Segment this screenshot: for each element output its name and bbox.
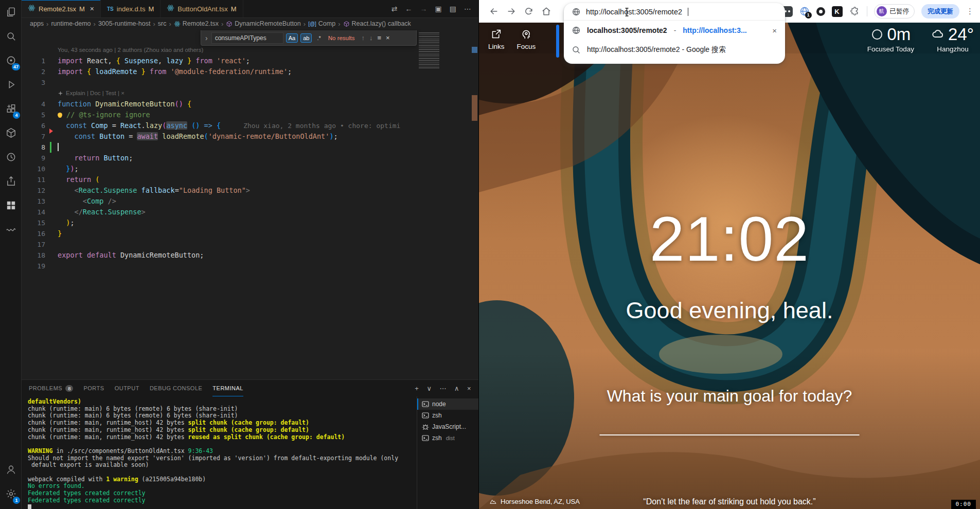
- goal-input[interactable]: [600, 434, 860, 435]
- code-line[interactable]: 18export default DynamicRemoteButton;: [22, 250, 478, 261]
- breadcrumb-item[interactable]: runtime-demo: [51, 20, 91, 27]
- next-match-icon[interactable]: ↓: [368, 34, 374, 42]
- container-tools-icon[interactable]: [0, 121, 22, 145]
- terminal-output[interactable]: defaultVendors)chunk (runtime: main) 6 b…: [22, 396, 417, 509]
- prev-match-icon[interactable]: ↑: [361, 34, 366, 42]
- focus-button[interactable]: Focus: [517, 29, 536, 50]
- settings-gear-icon[interactable]: 1: [0, 482, 22, 506]
- panel-tab-output[interactable]: OUTPUT: [115, 380, 139, 396]
- timer-badge[interactable]: 0:00: [951, 500, 976, 509]
- panel-more-icon[interactable]: ⋯: [439, 385, 447, 392]
- breadcrumb-item[interactable]: React.lazy() callback: [343, 20, 411, 27]
- suggestion-url[interactable]: localhost:3005/remote2 - http://localhos…: [564, 21, 785, 40]
- more-actions-icon[interactable]: ⋯: [464, 5, 471, 13]
- breadcrumb-item[interactable]: Remote2.tsx: [174, 20, 219, 27]
- terminal-process-javascript[interactable]: JavaScript...: [417, 421, 478, 432]
- tab-index-dts[interactable]: TS index.d.ts M: [101, 0, 161, 17]
- extensions-puzzle-icon[interactable]: [849, 6, 860, 17]
- code-line[interactable]: 4function DynamicRemoteButton() {: [22, 99, 478, 110]
- regex-button[interactable]: .*: [314, 33, 323, 43]
- run-and-debug-icon[interactable]: [0, 72, 22, 97]
- code-editor[interactable]: › Aa ab .* No results ↑ ↓ ≡ × You, 43 se…: [22, 29, 478, 379]
- split-editor-icon[interactable]: ▣: [435, 5, 442, 13]
- code-line[interactable]: 14 </React.Suspense>: [22, 207, 478, 217]
- links-button[interactable]: Links: [488, 29, 505, 50]
- code-line[interactable]: 19: [22, 261, 478, 271]
- match-case-button[interactable]: Aa: [286, 33, 298, 43]
- explorer-icon[interactable]: [0, 0, 22, 24]
- paused-profile-button[interactable]: 航 已暂停: [874, 4, 915, 19]
- code-line[interactable]: 7 const Button = await loadRemote('dynam…: [22, 131, 478, 142]
- share-icon[interactable]: [0, 169, 22, 193]
- weather-widget[interactable]: 24° Hangzhou: [932, 25, 974, 53]
- reload-icon[interactable]: [520, 3, 538, 20]
- extensions-icon[interactable]: 4: [0, 97, 22, 121]
- code-line[interactable]: 17: [22, 239, 478, 250]
- layout-icon[interactable]: ▤: [450, 5, 456, 13]
- code-line[interactable]: 11 return (: [22, 174, 478, 185]
- panel-tab-terminal[interactable]: TERMINAL: [212, 380, 243, 396]
- browser-menu-icon[interactable]: ⋮: [966, 7, 974, 16]
- terminal-process-zsh[interactable]: zshdist: [417, 432, 478, 444]
- source-control-icon[interactable]: 47: [0, 48, 22, 72]
- terminal-dropdown-icon[interactable]: ∨: [426, 385, 432, 392]
- wave-icon[interactable]: [0, 217, 22, 242]
- new-terminal-icon[interactable]: +: [415, 385, 419, 392]
- nav-forward-icon[interactable]: →: [420, 5, 427, 13]
- focus-widget[interactable]: 0m Focused Today: [867, 25, 914, 53]
- terminal-line: default export is available soon): [28, 462, 417, 469]
- finish-update-button[interactable]: 完成更新: [921, 4, 959, 19]
- code-line[interactable]: 12 <React.Suspense fallback="Loading But…: [22, 185, 478, 196]
- line-number: 8: [22, 142, 58, 153]
- code-line[interactable]: 1import React, { Suspense, lazy } from '…: [22, 56, 478, 66]
- code-line[interactable]: 15 );: [22, 217, 478, 228]
- history-icon[interactable]: [0, 145, 22, 169]
- close-icon[interactable]: ×: [385, 34, 391, 42]
- suggestion-search[interactable]: http://localhost:3005/remote2 - Google 搜…: [564, 40, 785, 60]
- terminal-process-node[interactable]: node: [417, 398, 478, 410]
- forward-icon[interactable]: [503, 3, 520, 20]
- search-icon[interactable]: [0, 24, 22, 48]
- close-panel-icon[interactable]: ×: [467, 385, 471, 392]
- code-line[interactable]: 8: [22, 142, 478, 153]
- code-line[interactable]: 3: [22, 77, 478, 88]
- code-line[interactable]: 13 <Comp />: [22, 196, 478, 207]
- address-bar[interactable]: http://localhost:3005/remote2: [564, 3, 785, 21]
- account-icon[interactable]: [0, 458, 22, 482]
- close-icon[interactable]: ×: [90, 5, 94, 13]
- terminal-process-zsh[interactable]: zsh: [417, 410, 478, 421]
- code-line[interactable]: 10 });: [22, 163, 478, 174]
- extension-k-icon[interactable]: K: [832, 6, 843, 17]
- breadcrumb-item[interactable]: DynamicRemoteButton: [226, 20, 301, 27]
- remove-suggestion-icon[interactable]: ×: [772, 26, 777, 35]
- tab-buttonoldant[interactable]: ButtonOldAnt.tsx M: [161, 0, 243, 17]
- whole-word-button[interactable]: ab: [300, 33, 312, 43]
- breadcrumb-item[interactable]: 3005-runtime-host: [98, 20, 150, 27]
- panel-tab-problems[interactable]: PROBLEMS8: [29, 380, 73, 396]
- back-icon[interactable]: [485, 3, 503, 20]
- grid-icon[interactable]: [0, 193, 22, 217]
- breadcrumb-item[interactable]: apps: [30, 20, 44, 27]
- nav-back-icon[interactable]: ←: [405, 5, 413, 13]
- code-line[interactable]: 2import { loadRemote } from '@module-fed…: [22, 66, 478, 77]
- photo-location[interactable]: Horseshoe Bend, AZ, USA: [489, 498, 580, 505]
- extension-ring-icon[interactable]: [816, 7, 825, 16]
- maximize-panel-icon[interactable]: ∧: [454, 385, 459, 392]
- extension-globe-icon[interactable]: 1: [799, 6, 810, 16]
- toggle-replace-icon[interactable]: ›: [204, 34, 209, 42]
- home-icon[interactable]: [538, 3, 555, 20]
- breadcrumb-item[interactable]: src: [158, 20, 167, 27]
- minimap[interactable]: [419, 32, 439, 69]
- compare-icon[interactable]: ⇄: [391, 5, 398, 13]
- find-input[interactable]: [211, 32, 283, 44]
- panel-tab-debug-console[interactable]: DEBUG CONSOLE: [150, 380, 202, 396]
- breadcrumb-item[interactable]: [@]Comp: [308, 20, 335, 27]
- tab-remote2[interactable]: Remote2.tsx M ×: [22, 0, 101, 17]
- code-line[interactable]: 16}: [22, 228, 478, 239]
- panel-tab-ports[interactable]: PORTS: [83, 380, 104, 396]
- code-lines[interactable]: You, 43 seconds ago | 2 authors (Zhou xi…: [22, 29, 478, 271]
- code-line[interactable]: 6 const Comp = React.lazy(async () => {Z…: [22, 120, 478, 131]
- find-in-selection-icon[interactable]: ≡: [377, 34, 383, 42]
- code-line[interactable]: 9 return Button;: [22, 153, 478, 163]
- code-line[interactable]: 5// @ts-ignore ignore: [22, 110, 478, 120]
